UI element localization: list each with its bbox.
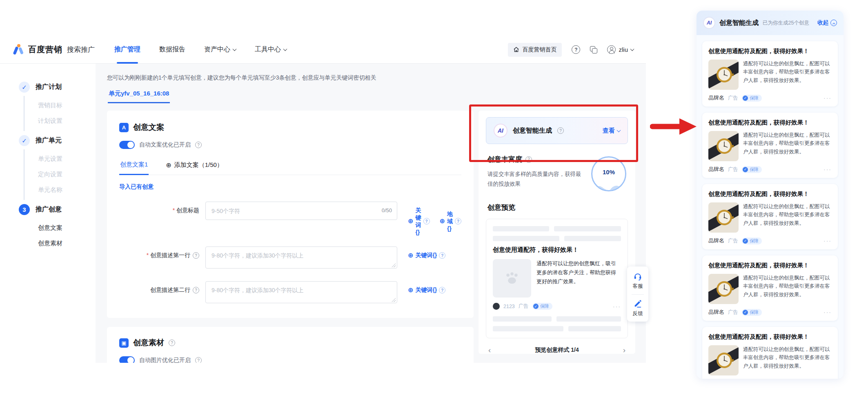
shield-check-icon: ✓ (743, 167, 748, 172)
step-head-creative[interactable]: 3 推广创意 (19, 204, 96, 215)
user-avatar-icon (607, 45, 616, 54)
ad-label: 广告 (519, 303, 529, 310)
guarantee-badge: ✓保障 (742, 95, 762, 102)
right-column: AI 创意智能生成 ? 查看 创意丰富度 ? 请提交丰富多样 (479, 111, 635, 354)
creative-preview-title: 创意预览 (487, 203, 628, 212)
sidebar-item-plan-settings[interactable]: 计划设置 (24, 113, 96, 129)
unit-tab[interactable]: 单元yfv_05_16_16:08 (108, 90, 170, 103)
sidebar-item-targeting-settings[interactable]: 定向设置 (24, 167, 96, 182)
ai-icon: AI (494, 124, 507, 138)
auto-image-optimize-toggle[interactable] (119, 356, 135, 363)
guarantee-badge: ✓保障 (532, 303, 552, 310)
collapse-button[interactable]: 收起 (817, 19, 837, 27)
nav-tab-promotion-management[interactable]: 推广管理 (114, 36, 140, 64)
help-icon[interactable]: ? (195, 142, 202, 148)
description-line2-textarea[interactable] (205, 281, 397, 303)
generated-count-text: 已为你生成25个创意 (763, 20, 809, 27)
pager-label: 预览创意样式 1/4 (535, 346, 579, 354)
help-icon[interactable]: ? (195, 357, 202, 363)
insert-region-link[interactable]: ⊕地域{}? (440, 211, 461, 232)
logo-subtitle: 搜索推广 (67, 45, 95, 54)
multi-account-icon[interactable] (590, 46, 597, 53)
insert-keyword-link[interactable]: ⊕关键词{}? (408, 207, 430, 235)
chevron-up-circle-icon (830, 20, 837, 26)
insert-keyword-link[interactable]: ⊕关键词{}? (408, 252, 445, 259)
tab-copy-1[interactable]: 创意文案1 (119, 156, 149, 175)
ai-creative-card[interactable]: 创意使用通配符及配图，获得好效果！ 通配符可以让您的创意飘红，配图可以丰富创意内… (702, 327, 838, 379)
username: zliu (619, 46, 628, 53)
more-options-icon[interactable]: ··· (823, 309, 832, 315)
home-button[interactable]: 百度营销首页 (508, 43, 562, 57)
add-copy-button[interactable]: ⊕ 添加文案（1/50） (165, 156, 224, 175)
section-title: 创意素材 (133, 337, 164, 348)
help-icon[interactable]: ? (572, 45, 580, 54)
app-body: ✓ 推广计划 营销目标 计划设置 ✓ 推广单元 单元设置 定向设 (0, 64, 646, 363)
help-icon[interactable]: ? (557, 127, 564, 134)
nav-tab-tool-center[interactable]: 工具中心 (255, 36, 287, 64)
step-head-unit[interactable]: ✓ 推广单元 (19, 135, 96, 146)
shield-check-icon: ✓ (743, 310, 748, 315)
more-options-icon[interactable]: ··· (613, 303, 621, 310)
chevron-down-icon (233, 47, 237, 51)
top-navigation-bar: 百度营销 搜索推广 推广管理 数据报告 资产中心 工具中心 百度营销首页 ? z… (0, 36, 646, 64)
pager-next-button[interactable]: › (623, 346, 625, 355)
plus-circle-icon: ⊕ (408, 252, 413, 259)
advertiser-name: 2123 (503, 304, 515, 309)
baidu-marketing-logo[interactable]: 百度营销 搜索推广 (12, 44, 95, 56)
watch-product-image (708, 202, 739, 233)
auto-copy-optimize-toggle[interactable] (119, 141, 135, 149)
description-line1-textarea[interactable] (205, 246, 397, 269)
insert-keyword-link[interactable]: ⊕关键词{}? (408, 286, 445, 294)
brand-name: 品牌名 (708, 237, 724, 244)
pager-prev-button[interactable]: ‹ (488, 346, 491, 355)
ai-creative-card[interactable]: 创意使用通配符及配图，获得好效果！ 通配符可以让您的创意飘红，配图可以丰富创意内… (702, 255, 838, 321)
step-head-plan[interactable]: ✓ 推广计划 (19, 82, 96, 93)
watch-product-image (708, 274, 739, 304)
import-existing-creative-link[interactable]: 导入已有创意 (119, 183, 154, 191)
plus-circle-icon: ⊕ (408, 218, 413, 224)
ai-creative-card[interactable]: 创意使用通配符及配图，获得好效果！ 通配符可以让您的创意飘红，配图可以丰富创意内… (702, 41, 838, 107)
ad-label: 广告 (728, 166, 738, 173)
ai-generated-creatives-panel: AI 创意智能生成 已为你生成25个创意 收起 创意使用通配符及配图，获得好效果… (697, 11, 844, 379)
help-icon[interactable]: ? (193, 252, 199, 259)
shield-check-icon: ✓ (533, 304, 539, 309)
sidebar-item-marketing-goal[interactable]: 营销目标 (24, 98, 96, 113)
ai-icon: AI (703, 17, 715, 29)
watch-product-image (708, 131, 739, 161)
user-menu[interactable]: zliu (607, 45, 634, 54)
help-icon[interactable]: ? (525, 156, 532, 163)
copy-tabs: 创意文案1 ⊕ 添加文案（1/50） (119, 156, 461, 175)
sidebar-item-unit-settings[interactable]: 单元设置 (24, 151, 96, 167)
feedback-button[interactable]: 反馈 (633, 299, 643, 317)
char-counter: 0/50 (382, 207, 392, 213)
chevron-down-icon (630, 47, 634, 51)
creative-copy-icon: A (119, 123, 129, 132)
primary-nav: 推广管理 数据报告 资产中心 工具中心 (114, 36, 287, 64)
pencil-icon (633, 299, 642, 308)
ai-creative-card[interactable]: 创意使用通配符及配图，获得好效果！ 通配符可以让您的创意飘红，配图可以丰富创意内… (702, 184, 838, 249)
help-icon[interactable]: ? (193, 287, 199, 293)
more-options-icon[interactable]: ··· (823, 238, 832, 244)
customer-service-button[interactable]: 客服 (633, 272, 643, 290)
step-number-badge: 3 (19, 204, 30, 215)
creative-title-input[interactable] (205, 202, 397, 220)
sidebar-item-unit-name[interactable]: 单元名称 (24, 182, 96, 198)
screenshot-canvas: 百度营销 搜索推广 推广管理 数据报告 资产中心 工具中心 百度营销首页 ? z… (0, 0, 868, 393)
guarantee-badge: ✓保障 (742, 238, 762, 244)
sidebar-item-creative-material[interactable]: 创意素材 (24, 235, 96, 251)
preview-pager: ‹ 预览创意样式 1/4 › (486, 346, 628, 355)
shield-check-icon: ✓ (743, 95, 748, 101)
more-options-icon[interactable]: ··· (823, 95, 832, 101)
more-options-icon[interactable]: ··· (823, 166, 832, 173)
section-title: 创意文案 (133, 122, 164, 133)
ai-creative-card[interactable]: 创意使用通配符及配图，获得好效果！ 通配符可以让您的创意飘红，配图可以丰富创意内… (702, 113, 838, 178)
help-icon: ? (455, 218, 461, 224)
view-button[interactable]: 查看 (603, 127, 620, 135)
help-icon[interactable]: ? (169, 340, 175, 346)
logo-text: 百度营销 (28, 44, 62, 55)
nav-tab-asset-center[interactable]: 资产中心 (204, 36, 236, 64)
sidebar-item-creative-copy[interactable]: 创意文案 (24, 220, 96, 235)
nav-tab-data-reports[interactable]: 数据报告 (159, 36, 185, 64)
annotation-red-arrow (650, 113, 698, 138)
ai-smart-generate-card[interactable]: AI 创意智能生成 ? 查看 (486, 117, 628, 144)
